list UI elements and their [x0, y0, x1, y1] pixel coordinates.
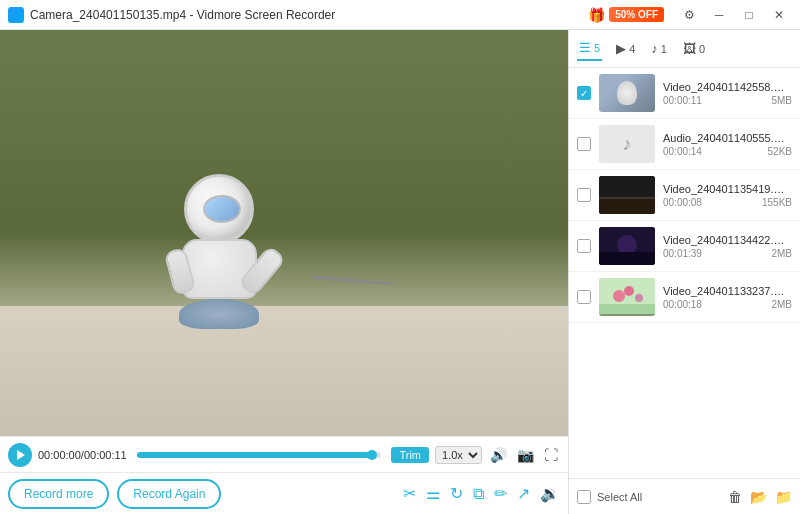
item-meta-5: 00:00:18 2MB: [663, 299, 792, 310]
progress-thumb: [367, 450, 377, 460]
thumb-video3: [599, 227, 655, 265]
item-thumbnail-5: [599, 278, 655, 316]
delete-icon[interactable]: 🗑: [728, 489, 742, 505]
audio-edit-icon[interactable]: 🔉: [540, 484, 560, 503]
progress-bar[interactable]: [137, 452, 382, 458]
list-item[interactable]: ✓ Video_240401142558.mp4 00:00:11 5MB: [569, 68, 800, 119]
item-checkbox-3[interactable]: [577, 188, 591, 202]
tab-video-count: 4: [629, 43, 635, 55]
item-meta-1: 00:00:11 5MB: [663, 95, 792, 106]
item-size-3: 155KB: [762, 197, 792, 208]
speed-select[interactable]: 1.0x 0.5x 1.5x 2.0x: [435, 446, 482, 464]
time-display: 00:00:00/00:00:11: [38, 449, 127, 461]
bottom-bar: Record more Record Again ✂ ⚌ ↻ ⧉ ✏ ↗ 🔉: [0, 472, 568, 514]
image-tab-icon: 🖼: [683, 41, 696, 56]
cable-decoration: [312, 275, 392, 285]
astronaut-head: [184, 174, 254, 244]
item-size-2: 52KB: [768, 146, 792, 157]
astronaut-visor: [203, 195, 241, 223]
list-item[interactable]: Video_240401134422.mp4 00:01:39 2MB: [569, 221, 800, 272]
astronaut-body: [182, 239, 257, 299]
video-area: [0, 30, 568, 436]
astronaut-arm-left: [163, 247, 196, 296]
svg-rect-10: [599, 304, 655, 314]
item-meta-3: 00:00:08 155KB: [663, 197, 792, 208]
camera-icon[interactable]: 📷: [515, 445, 536, 465]
footer-tools: 🗑 📂 📁: [728, 489, 792, 505]
audio-tab-icon: ♪: [651, 41, 658, 56]
item-checkbox-2[interactable]: [577, 137, 591, 151]
thumb-video4: [599, 278, 655, 316]
item-info-3: Video_240401135419.mp4 00:00:08 155KB: [663, 183, 792, 208]
item-checkbox-5[interactable]: [577, 290, 591, 304]
edit-icon[interactable]: ✏: [494, 484, 507, 503]
list-item[interactable]: ♪ Audio_240401140555.mp3 00:00:14 52KB: [569, 119, 800, 170]
left-panel: 00:00:00/00:00:11 Trim 1.0x 0.5x 1.5x 2.…: [0, 30, 568, 514]
main-container: 00:00:00/00:00:11 Trim 1.0x 0.5x 1.5x 2.…: [0, 30, 800, 514]
title-bar-right: 🎁 50% OFF ⚙ ─ □ ✕: [588, 5, 792, 25]
gift-icon: 🎁: [588, 7, 605, 23]
controls-bar: 00:00:00/00:00:11 Trim 1.0x 0.5x 1.5x 2.…: [0, 436, 568, 472]
adjust-icon[interactable]: ⚌: [426, 484, 440, 503]
tab-all[interactable]: ☰ 5: [577, 36, 602, 61]
total-time: 00:00:11: [84, 449, 127, 461]
select-all-checkbox[interactable]: [577, 490, 591, 504]
tab-audio[interactable]: ♪ 1: [649, 37, 669, 60]
list-item[interactable]: Video_240401133237.mp4 00:00:18 2MB: [569, 272, 800, 323]
item-thumbnail-1: [599, 74, 655, 112]
item-name-3: Video_240401135419.mp4: [663, 183, 792, 195]
tab-audio-count: 1: [661, 43, 667, 55]
item-checkbox-4[interactable]: [577, 239, 591, 253]
settings-button[interactable]: ⚙: [676, 5, 702, 25]
trim-button[interactable]: Trim: [391, 447, 429, 463]
item-info-5: Video_240401133237.mp4 00:00:18 2MB: [663, 285, 792, 310]
play-icon: [17, 450, 25, 460]
list-item[interactable]: Video_240401135419.mp4 00:00:08 155KB: [569, 170, 800, 221]
cut-icon[interactable]: ✂: [403, 484, 416, 503]
item-size-5: 2MB: [771, 299, 792, 310]
video-background: [0, 30, 568, 436]
video-tab-icon: ▶: [616, 41, 626, 56]
media-tabs: ☰ 5 ▶ 4 ♪ 1 🖼 0: [569, 30, 800, 68]
close-button[interactable]: ✕: [766, 5, 792, 25]
tab-all-count: 5: [594, 42, 600, 54]
copy-icon[interactable]: ⧉: [473, 485, 484, 503]
fullscreen-icon[interactable]: ⛶: [542, 445, 560, 465]
folder-open-icon[interactable]: 📂: [750, 489, 767, 505]
svg-point-9: [635, 294, 643, 302]
item-duration-2: 00:00:14: [663, 146, 702, 157]
astronaut-base: [179, 299, 259, 329]
item-size-1: 5MB: [771, 95, 792, 106]
right-panel: ☰ 5 ▶ 4 ♪ 1 🖼 0 ✓: [568, 30, 800, 514]
record-again-button[interactable]: Record Again: [117, 479, 221, 509]
item-duration-3: 00:00:08: [663, 197, 702, 208]
item-duration-5: 00:00:18: [663, 299, 702, 310]
share-icon[interactable]: ↗: [517, 484, 530, 503]
svg-point-8: [624, 286, 634, 296]
item-info-4: Video_240401134422.mp4 00:01:39 2MB: [663, 234, 792, 259]
title-bar-left: Camera_240401150135.mp4 - Vidmore Screen…: [8, 7, 335, 23]
thumb-astronaut: [617, 81, 637, 105]
item-checkbox-1[interactable]: ✓: [577, 86, 591, 100]
item-name-1: Video_240401142558.mp4: [663, 81, 792, 93]
tab-video[interactable]: ▶ 4: [614, 37, 637, 60]
minimize-button[interactable]: ─: [706, 5, 732, 25]
tab-image-count: 0: [699, 43, 705, 55]
folder-icon[interactable]: 📁: [775, 489, 792, 505]
maximize-button[interactable]: □: [736, 5, 762, 25]
tab-image[interactable]: 🖼 0: [681, 37, 707, 60]
promo-badge[interactable]: 50% OFF: [609, 7, 664, 22]
item-name-2: Audio_240401140555.mp3: [663, 132, 792, 144]
item-name-4: Video_240401134422.mp4: [663, 234, 792, 246]
astronaut-arm-right: [237, 245, 286, 297]
volume-icon[interactable]: 🔊: [488, 445, 509, 465]
select-all-label[interactable]: Select All: [597, 491, 642, 503]
window-title: Camera_240401150135.mp4 - Vidmore Screen…: [30, 8, 335, 22]
play-button[interactable]: [8, 443, 32, 467]
record-more-button[interactable]: Record more: [8, 479, 109, 509]
current-time: 00:00:00: [38, 449, 81, 461]
rotate-icon[interactable]: ↻: [450, 484, 463, 503]
item-size-4: 2MB: [771, 248, 792, 259]
item-info-2: Audio_240401140555.mp3 00:00:14 52KB: [663, 132, 792, 157]
progress-fill: [137, 452, 369, 458]
